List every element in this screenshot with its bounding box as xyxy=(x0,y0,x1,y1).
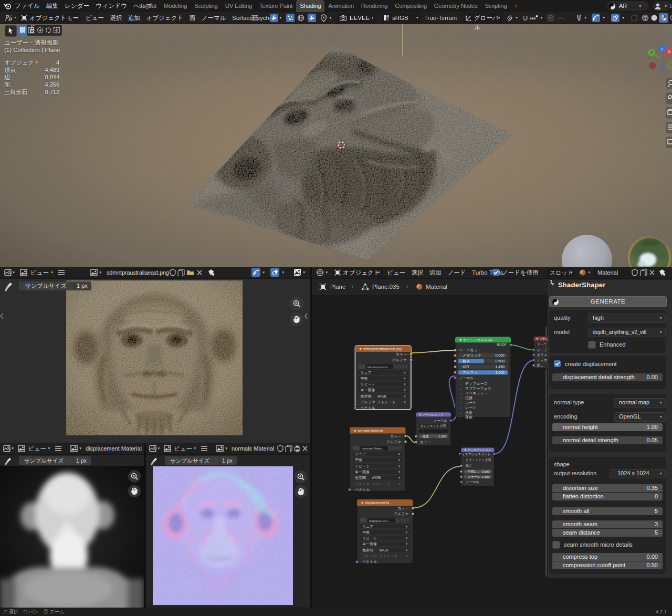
svg-text:▼ displacement M...: ▼ displacement M... xyxy=(361,501,392,505)
svg-text:▼: ▼ xyxy=(398,453,401,456)
svg-text:▼: ▼ xyxy=(405,549,408,552)
svg-text:▼: ▼ xyxy=(398,483,401,486)
svg-text:normals Mater...: normals Mater... xyxy=(362,447,384,450)
svg-text:平面: 平面 xyxy=(355,458,362,462)
svg-text:Y: Y xyxy=(650,50,653,55)
svg-text:スペキュラー: スペキュラー xyxy=(465,391,488,395)
svg-text:カラー: カラー xyxy=(390,434,401,438)
svg-text:X: X xyxy=(668,49,671,54)
svg-text:リピート: リピート xyxy=(362,536,377,540)
svg-text:BSDF: BSDF xyxy=(497,343,507,347)
svg-text:ディスプレイスメント: ディスプレイスメント xyxy=(458,453,490,456)
svg-text:ストレート: ストレート xyxy=(379,554,398,558)
svg-text:▼ normals Material: ▼ normals Material xyxy=(353,429,383,433)
svg-text:色空間: 色空間 xyxy=(355,476,366,480)
svg-text:0.500: 0.500 xyxy=(495,359,505,363)
svg-text:カラー: カラー xyxy=(396,352,407,356)
svg-text:IOR: IOR xyxy=(463,365,469,369)
svg-text:スケール: スケール xyxy=(468,475,481,478)
svg-text:リニア: リニア xyxy=(355,452,366,456)
svg-text:アルファ: アルファ xyxy=(392,358,407,362)
svg-text:ノーマル: ノーマル xyxy=(433,419,447,422)
svg-text:0.500: 0.500 xyxy=(481,470,490,473)
svg-text:▼: ▼ xyxy=(403,383,406,386)
svg-text:▼: ▼ xyxy=(405,531,408,534)
svg-text:ディフューズ: ディフューズ xyxy=(465,382,488,386)
svg-text:▼: ▼ xyxy=(398,465,401,468)
svg-text:ベースカラー: ベースカラー xyxy=(459,348,481,352)
svg-text:アルファ: アルファ xyxy=(362,554,377,558)
svg-text:シーン: シーン xyxy=(465,406,476,410)
svg-text:コート: コート xyxy=(465,401,476,404)
svg-text:▼: ▼ xyxy=(403,377,406,380)
svg-text:サブサーフェス: サブサーフェス xyxy=(465,387,491,390)
svg-text:▼: ▼ xyxy=(405,525,408,528)
svg-text:変...: 変... xyxy=(537,363,543,367)
svg-text:粗さ: 粗さ xyxy=(463,359,470,363)
svg-text:平面: 平面 xyxy=(362,530,370,535)
svg-text:単一画像: 単一画像 xyxy=(362,542,377,546)
svg-text:ベクトル: ベクトル xyxy=(362,560,377,563)
svg-text:強度: 強度 xyxy=(422,434,428,438)
svg-text:すべて: すべて xyxy=(538,343,547,347)
svg-text:▼: ▼ xyxy=(403,401,406,404)
svg-text:ストレート: ストレート xyxy=(372,482,391,486)
svg-text:単一画像: 単一画像 xyxy=(355,470,370,474)
svg-text:リピート: リピート xyxy=(355,464,370,468)
svg-text:単一画像: 単一画像 xyxy=(360,388,375,392)
svg-text:中間レ...: 中間レ... xyxy=(468,470,480,474)
svg-text:アルファ: アルファ xyxy=(394,512,409,516)
svg-text:▼: ▼ xyxy=(405,537,408,540)
svg-text:displacement ...: displacement ... xyxy=(369,519,391,523)
svg-text:›: › xyxy=(460,382,461,385)
svg-text:sRGB: sRGB xyxy=(379,548,388,552)
svg-text:1.450: 1.450 xyxy=(495,365,505,369)
svg-text:色空間: 色空間 xyxy=(362,548,373,552)
svg-text:▼ sdmntpraustraliaeast.png: ▼ sdmntpraustraliaeast.png xyxy=(359,347,402,351)
svg-text:›: › xyxy=(460,392,461,395)
svg-text:▼: ▼ xyxy=(403,395,406,398)
svg-text:▼ プリンシプルBSDF: ▼ プリンシプルBSDF xyxy=(459,338,494,342)
svg-text:カラー: カラー xyxy=(420,440,430,444)
svg-text:›: › xyxy=(460,411,461,414)
svg-text:オブジェクト空間: オブジェクト空間 xyxy=(466,458,491,462)
svg-text:リニア: リニア xyxy=(360,371,372,374)
svg-text:›: › xyxy=(460,387,461,390)
svg-text:伝播: 伝播 xyxy=(465,396,472,400)
svg-text:ノーマル: ノーマル xyxy=(459,376,474,380)
svg-text:▼: ▼ xyxy=(398,471,401,474)
svg-text:1.000: 1.000 xyxy=(438,435,447,438)
svg-text:sRGB: sRGB xyxy=(372,476,381,479)
svg-text:▼: ▼ xyxy=(398,458,401,462)
svg-text:▼: ▼ xyxy=(405,542,408,546)
svg-text:高さ: 高さ xyxy=(466,464,472,467)
svg-text:▼ ディスプレイスメ...: ▼ ディスプレイスメ... xyxy=(464,448,494,452)
svg-text:色空間: 色空間 xyxy=(360,394,371,399)
svg-text:›: › xyxy=(460,401,461,404)
svg-text:平面: 平面 xyxy=(360,377,368,381)
svg-text:›: › xyxy=(460,416,461,419)
svg-text:0.000: 0.000 xyxy=(495,353,505,357)
svg-text:薄膜: 薄膜 xyxy=(465,415,472,420)
svg-text:▼ マテ...: ▼ マテ... xyxy=(536,337,548,340)
svg-text:▼: ▼ xyxy=(403,389,406,392)
svg-text:▼: ▼ xyxy=(398,476,401,479)
svg-text:ベクトル: ベクトル xyxy=(355,488,370,492)
svg-text:▼ ノーマルマップ: ▼ ノーマルマップ xyxy=(418,413,443,416)
svg-text:アルファ: アルファ xyxy=(463,371,478,374)
svg-text:リニア: リニア xyxy=(362,525,374,528)
svg-text:カラー: カラー xyxy=(397,506,408,510)
svg-text:メタリック: メタリック xyxy=(463,353,481,358)
svg-text:Z: Z xyxy=(661,47,664,51)
svg-text:›: › xyxy=(460,396,461,400)
svg-text:放射: 放射 xyxy=(465,411,472,415)
svg-text:アルファ: アルファ xyxy=(355,482,370,486)
svg-text:1.000: 1.000 xyxy=(495,371,505,374)
svg-text:sRGB: sRGB xyxy=(377,394,386,398)
svg-text:リピート: リピート xyxy=(360,382,375,386)
svg-text:›: › xyxy=(460,406,461,410)
svg-text:ノーマル: ノーマル xyxy=(466,480,480,484)
svg-text:アルファ: アルファ xyxy=(360,400,375,404)
svg-text:タンジェント空間: タンジェント空間 xyxy=(420,424,446,428)
svg-text:アルファ: アルファ xyxy=(386,440,402,444)
